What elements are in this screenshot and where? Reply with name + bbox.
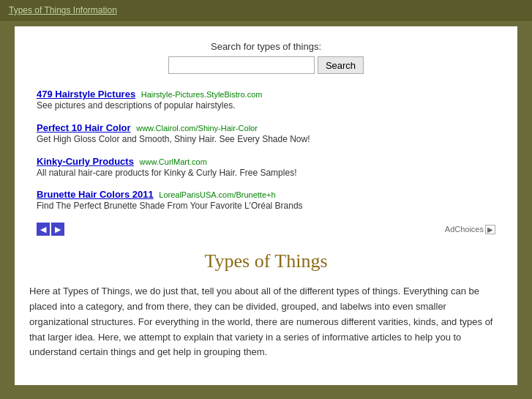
main-container: Search for types of things: Search 479 H…	[15, 26, 517, 385]
ad-item-4: Brunette Hair Colors 2011 LorealParisUSA…	[37, 189, 495, 212]
ad-item-2: Perfect 10 Hair Color www.Clairol.com/Sh…	[37, 122, 495, 146]
ad-title-1[interactable]: 479 Hairstyle Pictures	[37, 89, 135, 100]
ads-section: 479 Hairstyle Pictures Hairstyle-Picture…	[29, 89, 503, 236]
page-body: Here at Types of Things, we do just that…	[29, 284, 503, 360]
topbar-link[interactable]: Types of Things Information	[9, 5, 117, 15]
ad-url-2: www.Clairol.com/Shiny-Hair-Color	[136, 124, 258, 133]
adchoices-icon: ▶	[485, 225, 495, 234]
ad-nav-buttons: ◀ ▶	[37, 223, 64, 236]
ad-url-1: Hairstyle-Pictures.StyleBistro.com	[141, 90, 263, 99]
search-section: Search for types of things: Search	[29, 41, 503, 74]
ad-desc-2: Get High Gloss Color and Smooth, Shiny H…	[37, 133, 495, 146]
page-title-section: Types of Things	[29, 250, 503, 272]
top-bar: Types of Things Information	[0, 0, 532, 20]
ad-item-3: Kinky-Curly Products www.CurlMart.com Al…	[37, 156, 495, 179]
ad-prev-button[interactable]: ◀	[37, 223, 50, 236]
adchoices-label: AdChoices	[445, 225, 484, 234]
ad-desc-3: All natural hair-care products for Kinky…	[37, 167, 495, 179]
ad-nav: ◀ ▶ AdChoices ▶	[37, 223, 495, 236]
ad-desc-4: Find The Perfect Brunette Shade From You…	[37, 200, 495, 212]
adchoices: AdChoices ▶	[445, 225, 495, 234]
search-button[interactable]: Search	[318, 56, 364, 74]
search-label: Search for types of things:	[29, 41, 503, 52]
search-form: Search	[168, 56, 364, 74]
page-title: Types of Things	[29, 250, 503, 272]
ad-title-2[interactable]: Perfect 10 Hair Color	[37, 122, 131, 133]
ad-title-3[interactable]: Kinky-Curly Products	[37, 156, 134, 167]
ad-desc-1: See pictures and descriptions of popular…	[37, 100, 495, 112]
ad-title-4[interactable]: Brunette Hair Colors 2011	[37, 189, 154, 200]
ad-next-button[interactable]: ▶	[51, 223, 64, 236]
ad-url-3: www.CurlMart.com	[140, 157, 207, 166]
ad-url-4: LorealParisUSA.com/Brunette+h	[159, 190, 275, 199]
ad-item-1: 479 Hairstyle Pictures Hairstyle-Picture…	[37, 89, 495, 112]
search-input[interactable]	[168, 56, 315, 74]
